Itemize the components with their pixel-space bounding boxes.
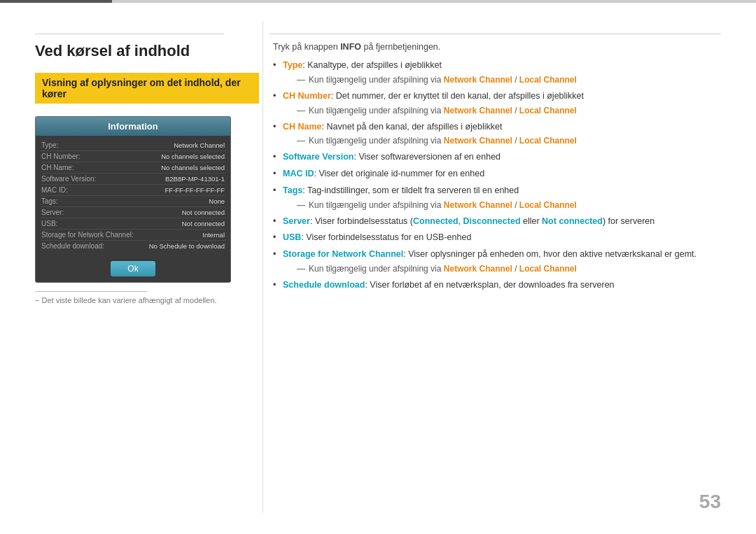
info-row: Schedule download:No Schedule to downloa… [41, 241, 225, 251]
text-part: : Viser softwareversionen af en enhed [354, 152, 500, 162]
sub-item: Kun tilgængelig under afspilning via Net… [283, 262, 721, 275]
info-row: CH Name:No channels selected [41, 162, 225, 174]
info-row-value: FF-FF-FF-FF-FF-FF [165, 186, 225, 194]
info-row-value: Not connected [182, 209, 225, 216]
info-row-value: Not connected [182, 220, 225, 227]
info-row-value: None [209, 197, 225, 205]
bullet-item: CH Number: Det nummer, der er knyttet ti… [273, 90, 721, 117]
sub-item: Kun tilgængelig under afspilning via Net… [283, 199, 721, 211]
info-row-label: CH Number: [41, 153, 104, 160]
keyword-cyan: Not connected [542, 216, 603, 226]
info-row: MAC ID:FF-FF-FF-FF-FF-FF [41, 185, 225, 196]
info-row-value: B2B8P-MP-41301-1 [165, 175, 225, 183]
info-panel-body: Type:Network ChannelCH Number:No channel… [36, 136, 230, 255]
keyword-orange: CH Number [283, 91, 331, 101]
page-title: Ved kørsel af indhold [35, 42, 259, 60]
bullet-item: CH Name: Navnet på den kanal, der afspil… [273, 120, 721, 148]
text-part: : Tag-indstillinger, som er tildelt fra … [302, 185, 519, 195]
text-part: ) for serveren [603, 216, 654, 226]
local-channel-label: Local Channel [519, 106, 577, 115]
top-bar [0, 0, 756, 3]
text-part: : Viser det originale id-nummer for en e… [314, 169, 484, 178]
left-column: Ved kørsel af indhold Visning af oplysni… [35, 21, 259, 304]
keyword-cyan: Server [283, 216, 310, 226]
keyword-cyan: Disconnected [463, 216, 521, 226]
text-part: , [458, 216, 463, 226]
bullet-item: MAC ID: Viser det originale id-nummer fo… [273, 167, 721, 181]
info-row-label: Server: [41, 209, 104, 216]
keyword-orange: CH Name [283, 122, 322, 132]
bullet-list: Type: Kanaltype, der afspilles i øjeblik… [273, 59, 721, 292]
bullet-item: Type: Kanaltype, der afspilles i øjeblik… [273, 59, 721, 86]
bullet-item: Storage for Network Channel: Viser oplys… [273, 248, 721, 275]
info-row-label: MAC ID: [41, 186, 104, 194]
keyword-cyan: Storage for Network Channel [283, 249, 403, 259]
local-channel-label: Local Channel [519, 75, 577, 85]
bullet-item: Software Version: Viser softwareversione… [273, 150, 721, 164]
info-row-value: Network Channel [174, 141, 225, 149]
text-part: : Viser forløbet af en netværksplan, der… [365, 280, 614, 290]
text-part: eller [521, 216, 542, 226]
keyword-cyan: Schedule download [283, 280, 365, 290]
page-number: 53 [699, 491, 721, 513]
network-channel-label: Network Channel [444, 136, 512, 146]
info-row-label: Schedule download: [41, 242, 104, 250]
bullet-item: Tags: Tag-indstillinger, som er tildelt … [273, 184, 721, 211]
info-row: Server:Not connected [41, 207, 225, 218]
info-row-value: No Schedule to download [149, 242, 225, 250]
bullet-item: Server: Viser forbindelsesstatus (Connec… [273, 215, 721, 228]
text-part: : Kanaltype, der afspilles i øjeblikket [302, 60, 442, 70]
info-row-label: Software Version: [41, 175, 104, 183]
keyword-cyan: MAC ID [283, 169, 314, 178]
intro-text: Tryk på knappen INFO på fjernbetjeningen… [273, 42, 721, 52]
text-part: : Det nummer, der er knyttet til den kan… [331, 91, 584, 101]
footnote-area: − Det viste billede kan variere afhængig… [35, 291, 259, 304]
sub-item: Kun tilgængelig under afspilning via Net… [283, 134, 721, 147]
network-channel-label: Network Channel [444, 264, 512, 274]
info-row-label: Type: [41, 141, 104, 149]
info-row: USB:Not connected [41, 218, 225, 230]
bullet-item: USB: Viser forbindelsesstatus for en USB… [273, 231, 721, 244]
info-row-label: USB: [41, 220, 104, 227]
keyword-cyan: Software Version [283, 152, 354, 162]
info-panel-title: Information [36, 117, 230, 136]
info-row: Storage for Network Channel:Internal [41, 230, 225, 241]
keyword-cyan: USB [283, 232, 301, 242]
info-row: Type:Network Channel [41, 140, 225, 151]
local-channel-label: Local Channel [519, 136, 577, 146]
info-row-value: No channels selected [161, 153, 225, 160]
keyword-orange: Type [283, 60, 302, 70]
info-row-label: Tags: [41, 197, 104, 205]
ok-button[interactable]: Ok [111, 261, 155, 276]
info-row-label: CH Name: [41, 164, 104, 171]
info-row-value: Internal [202, 231, 225, 239]
text-part: : Viser oplysninger på enheden om, hvor … [403, 249, 696, 259]
text-part: : Viser forbindelsesstatus for en USB-en… [301, 232, 471, 242]
keyword-cyan: Tags [283, 185, 302, 195]
sub-item: Kun tilgængelig under afspilning via Net… [283, 104, 721, 117]
info-row-value: No channels selected [161, 164, 225, 171]
info-panel: Information Type:Network ChannelCH Numbe… [35, 116, 231, 283]
local-channel-label: Local Channel [519, 264, 577, 274]
info-row: Tags:None [41, 196, 225, 207]
section-highlight: Visning af oplysninger om det indhold, d… [35, 73, 259, 104]
sub-item: Kun tilgængelig under afspilning via Net… [283, 73, 721, 86]
network-channel-label: Network Channel [444, 200, 512, 210]
info-row: CH Number:No channels selected [41, 151, 225, 162]
network-channel-label: Network Channel [444, 75, 512, 85]
network-channel-label: Network Channel [444, 106, 512, 115]
ok-btn-row: Ok [36, 255, 230, 282]
text-part: : Viser forbindelsesstatus ( [310, 216, 413, 226]
footnote-text: − Det viste billede kan variere afhængig… [35, 296, 217, 304]
text-part: : Navnet på den kanal, der afspilles i ø… [322, 122, 503, 132]
info-row: Software Version:B2B8P-MP-41301-1 [41, 174, 225, 185]
keyword-cyan: Connected [413, 216, 458, 226]
info-row-label: Storage for Network Channel: [41, 231, 134, 239]
right-column: Tryk på knappen INFO på fjernbetjeningen… [273, 21, 721, 295]
footnote-divider [35, 291, 147, 292]
bullet-item: Schedule download: Viser forløbet af en … [273, 279, 721, 292]
local-channel-label: Local Channel [519, 200, 577, 210]
vertical-separator [262, 21, 263, 513]
